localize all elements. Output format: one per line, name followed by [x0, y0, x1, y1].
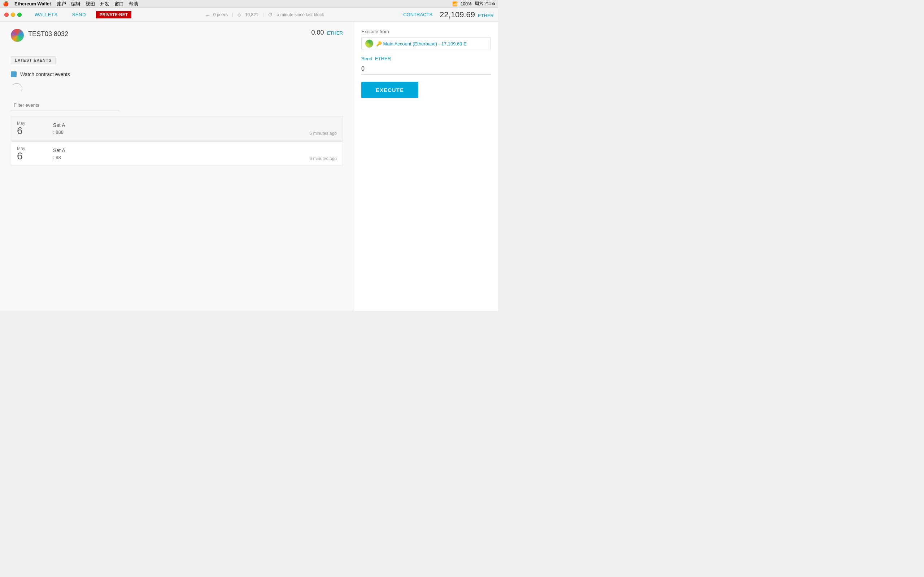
filter-input[interactable]: [11, 100, 119, 110]
app-name: Ethereum Wallet: [15, 1, 51, 6]
menu-items: 账户 编辑 视图 开发 窗口 帮助: [57, 1, 138, 7]
menu-develop[interactable]: 开发: [100, 1, 109, 7]
battery-status: 100%: [460, 2, 472, 6]
network-info: ⑉ 0 peers | ◇ 10,821 | ⏱ a minute since …: [134, 12, 396, 17]
latest-events-label: LATEST EVENTS: [15, 58, 52, 62]
menu-edit[interactable]: 编辑: [71, 1, 81, 7]
events-list: May 6 Set A : 888 5 minutes ago May 6: [11, 116, 343, 166]
event-value: : 88: [53, 155, 310, 160]
apple-menu[interactable]: 🍎: [3, 1, 9, 6]
send-tab[interactable]: SEND: [65, 8, 93, 22]
balance-unit: ETHER: [478, 13, 494, 18]
event-row[interactable]: May 6 Set A : 888 5 minutes ago: [11, 116, 343, 141]
menu-accounts[interactable]: 账户: [57, 1, 66, 7]
account-selector[interactable]: 🔑 Main Account (Etherbase) - 17,109.69 E: [361, 37, 491, 50]
menu-bar: 🍎 Ethereum Wallet 账户 编辑 视图 开发 窗口 帮助 📶 10…: [0, 0, 498, 8]
clock-icon: ⏱: [268, 12, 273, 17]
event-time: 6 minutes ago: [310, 156, 337, 161]
watch-events-label: Watch contract events: [20, 71, 70, 77]
content-area: TEST03 8032 0.00 ETHER LATEST EVENTS Wat…: [0, 22, 354, 311]
contract-name: TEST03 8032: [28, 30, 68, 38]
event-name: Set A: [53, 122, 310, 128]
send-label: Send ETHER: [361, 56, 491, 61]
event-details: Set A : 88: [46, 148, 310, 160]
nav-tabs: WALLETS SEND PRIVATE-NET ⑉ 0 peers | ◇ 1…: [27, 8, 439, 22]
event-name: Set A: [53, 148, 310, 153]
loading-spinner: [11, 83, 23, 95]
wallets-tab[interactable]: WALLETS: [27, 8, 65, 22]
separator2: |: [263, 12, 264, 17]
main-layout: TEST03 8032 0.00 ETHER LATEST EVENTS Wat…: [0, 22, 498, 311]
menu-bar-right: 📶 100% 周六 21:55: [452, 1, 495, 7]
account-name: 🔑 Main Account (Etherbase) - 17,109.69 E: [376, 41, 467, 47]
event-value: : 888: [53, 129, 310, 135]
peers-count: 0 peers: [213, 12, 228, 17]
event-date-block: May 6: [17, 121, 46, 136]
private-net-badge: PRIVATE-NET: [96, 11, 131, 18]
right-panel: Execute from 🔑 Main Account (Etherbase) …: [354, 22, 498, 311]
events-section: LATEST EVENTS Watch contract events: [11, 56, 343, 166]
contract-balance: 0.00: [311, 29, 324, 36]
latest-events-header: LATEST EVENTS: [11, 56, 56, 64]
balance-amount: 22,109.69: [439, 10, 475, 19]
event-row[interactable]: May 6 Set A : 88 6 minutes ago: [11, 141, 343, 166]
event-details: Set A : 888: [46, 122, 310, 135]
block-number: 10,821: [245, 12, 258, 17]
menu-help[interactable]: 帮助: [129, 1, 138, 7]
clock: 周六 21:55: [475, 1, 495, 7]
event-day: 6: [17, 126, 46, 136]
event-day: 6: [17, 151, 46, 161]
close-button[interactable]: [4, 13, 9, 17]
app-window: WALLETS SEND PRIVATE-NET ⑉ 0 peers | ◇ 1…: [0, 8, 498, 311]
contract-avatar: [11, 29, 24, 42]
account-avatar: [365, 40, 373, 48]
menu-window[interactable]: 窗口: [115, 1, 124, 7]
execute-from-label: Execute from: [361, 29, 491, 34]
balance-display: 22,109.69 ETHER: [439, 10, 494, 19]
block-icon: ◇: [237, 12, 241, 17]
peers-icon: ⑉: [207, 12, 209, 17]
contract-balance-unit: ETHER: [327, 30, 343, 36]
event-date-block: May 6: [17, 146, 46, 161]
contracts-tab[interactable]: CONTRACTS: [396, 8, 439, 22]
traffic-lights: [4, 13, 22, 17]
watch-events-row[interactable]: Watch contract events: [11, 71, 343, 77]
separator: |: [232, 12, 233, 17]
title-bar: WALLETS SEND PRIVATE-NET ⑉ 0 peers | ◇ 1…: [0, 8, 498, 22]
last-block-time: a minute since last block: [277, 12, 324, 17]
wifi-icon: 📶: [452, 2, 458, 6]
watch-checkbox[interactable]: [11, 71, 16, 77]
execute-button[interactable]: EXECUTE: [361, 82, 418, 98]
maximize-button[interactable]: [17, 13, 22, 17]
menu-view[interactable]: 视图: [86, 1, 95, 7]
event-time: 5 minutes ago: [310, 131, 337, 136]
send-input[interactable]: [361, 63, 491, 75]
contract-header: TEST03 8032 0.00 ETHER: [11, 29, 343, 42]
minimize-button[interactable]: [11, 13, 15, 17]
